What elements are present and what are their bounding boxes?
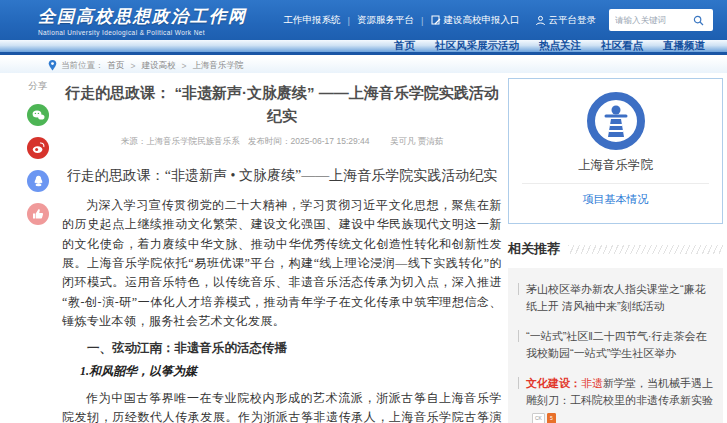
site-logo-subtitle: National University Ideological & Politi… (38, 29, 247, 36)
project-info-link[interactable]: 项目基本情况 (509, 192, 722, 207)
badge-icons: CK5 (532, 413, 556, 423)
related-item-text: 茅山校区举办新农人指尖课堂之“廉花纸上开 清风袖中来”刻纸活动 (526, 281, 713, 315)
share-column: 分享 (20, 80, 56, 225)
link-school-apply[interactable]: 建设高校申报入口 (431, 14, 520, 27)
breadcrumb-home[interactable]: 首页 (108, 60, 125, 72)
breadcrumb-label: 当前位置： (61, 60, 104, 72)
wechat-bubbles-icon (32, 110, 45, 121)
related-item-text: “一站式”社区‖二十四节气·行走茶会在我校勤园“一站式”学生社区举办 (526, 328, 713, 362)
main-nav: 首页 社区风采展示活动 热点关注 社区看点 直播频道 (0, 40, 727, 55)
article-publish-time: 发布时间：2025-06-17 15:29:44 (248, 136, 369, 146)
breadcrumb-schools[interactable]: 建设高校 (141, 60, 175, 72)
thumb-up-icon (32, 208, 44, 220)
related-item[interactable]: 文化建设：非遗新学堂，当机械手遇上雕刻刀：工科院校里的非遗传承新实验CK5 (518, 375, 713, 423)
article-authors: 吴可凡 贾清茹 (390, 136, 443, 146)
sidebar: 上海音乐学院 项目基本情况 相关推荐 茅山校区举办新农人指尖课堂之“廉花纸上开 … (508, 78, 723, 423)
cloud-login-button[interactable]: 云平台登录 (535, 14, 597, 27)
user-icon (535, 15, 546, 26)
article-paragraph-1: 为深入学习宣传贯彻党的二十大精神，学习贯彻习近平文化思想，聚焦在新的历史起点上继… (62, 196, 502, 332)
org-logo[interactable] (587, 92, 645, 150)
link-resource-platform[interactable]: 资源服务平台 (357, 14, 414, 27)
search-box (609, 9, 713, 31)
article-paragraph-2: 作为中国古筝界唯一在专业院校内形成的艺术流派，浙派古筝自上海音乐学院发轫，历经数… (62, 389, 502, 423)
org-card: 上海音乐学院 项目基本情况 (508, 78, 723, 224)
site-header: 全国高校思想政治工作网 National University Ideologi… (0, 0, 727, 40)
page: 全国高校思想政治工作网 National University Ideologi… (0, 0, 727, 423)
divider (522, 183, 709, 184)
site-logo[interactable]: 全国高校思想政治工作网 National University Ideologi… (38, 5, 247, 36)
item-tick (518, 377, 519, 389)
related-item[interactable]: 茅山校区举办新农人指尖课堂之“廉花纸上开 清风袖中来”刻纸活动 (518, 281, 713, 315)
related-item[interactable]: “一站式”社区‖二十四节气·行走茶会在我校勤园“一站式”学生社区举办 (518, 328, 713, 362)
related-item-text: 文化建设：非遗新学堂，当机械手遇上雕刻刀：工科院校里的非遗传承新实验CK5 (526, 375, 713, 423)
article-source: 来源：上海音乐学院民族音乐系 (121, 136, 240, 146)
document-icon (431, 15, 441, 25)
breadcrumb-separator: > (131, 61, 136, 71)
qq-penguin-icon (33, 175, 44, 187)
like-share-icon[interactable] (27, 203, 49, 225)
qq-share-icon[interactable] (27, 170, 49, 192)
hatch-decoration (568, 245, 723, 254)
link-school-apply-label: 建设高校申报入口 (444, 14, 520, 27)
search-icon[interactable] (693, 15, 704, 26)
nav-community-view[interactable]: 社区看点 (601, 39, 643, 53)
nav-hot-topics[interactable]: 热点关注 (539, 39, 581, 53)
org-name: 上海音乐学院 (509, 157, 722, 174)
related-item-tag: 文化建设： (526, 377, 581, 389)
location-pin-icon (48, 60, 57, 71)
related-panel: 茅山校区举办新农人指尖课堂之“廉花纸上开 清风袖中来”刻纸活动 “一站式”社区‖… (508, 268, 723, 423)
breadcrumb-current[interactable]: 上海音乐学院 (192, 60, 243, 72)
breadcrumb-separator: > (181, 61, 186, 71)
share-label: 分享 (29, 80, 48, 93)
weibo-glyph-icon (32, 142, 45, 154)
article-subsection-heading: 1.和风韶华，以筝为媒 (62, 363, 502, 380)
search-input[interactable] (615, 15, 693, 25)
nav-live-channel[interactable]: 直播频道 (663, 39, 705, 53)
article: 行走的思政课： “非遗新声·文脉赓续” ——上海音乐学院实践活动纪实 来源：上海… (62, 82, 502, 423)
link-work-system[interactable]: 工作申报系统 (284, 14, 341, 27)
nav-community-showcase[interactable]: 社区风采展示活动 (435, 39, 519, 53)
article-meta: 来源：上海音乐学院民族音乐系 发布时间：2025-06-17 15:29:44 … (62, 136, 502, 148)
item-tick (518, 330, 519, 342)
related-header: 相关推荐 (508, 240, 723, 258)
article-section-heading: 一、弦动江南：非遗音乐的活态传播 (62, 340, 502, 357)
ck-badge-icon: CK (532, 413, 545, 423)
org-figure-icon (599, 103, 633, 139)
article-inner-title: 行走的思政课：“非遗新声 • 文脉赓续”——上海音乐学院实践活动纪实 (62, 165, 502, 187)
page-title: 行走的思政课： “非遗新声·文脉赓续” ——上海音乐学院实践活动纪实 (62, 82, 502, 127)
site-logo-title: 全国高校思想政治工作网 (38, 5, 247, 28)
orange-badge-icon: 5 (547, 413, 556, 423)
cloud-login-label: 云平台登录 (549, 14, 597, 27)
breadcrumb: 当前位置： 首页 > 建设高校 > 上海音乐学院 (0, 58, 727, 73)
item-tick (518, 283, 519, 295)
header-separator: | (348, 15, 350, 26)
header-separator: | (421, 15, 423, 26)
nav-home[interactable]: 首页 (394, 39, 415, 53)
header-links: 工作申报系统 | 资源服务平台 | 建设高校申报入口 云平台登录 (284, 0, 713, 40)
weibo-share-icon[interactable] (27, 137, 49, 159)
related-item-keyword: 非遗 (581, 377, 603, 389)
related-title: 相关推荐 (508, 240, 560, 258)
wechat-share-icon[interactable] (27, 104, 49, 126)
